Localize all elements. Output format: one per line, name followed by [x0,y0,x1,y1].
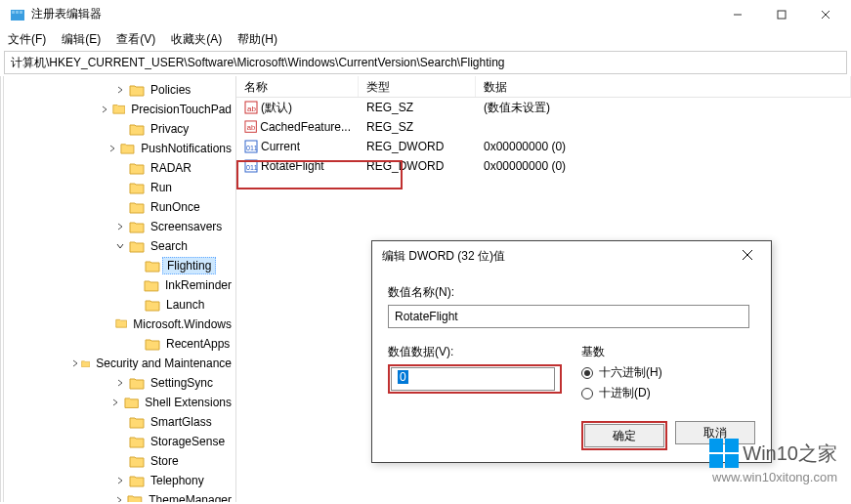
tree-item[interactable]: PrecisionTouchPad [0,100,235,119]
svg-rect-1 [12,11,15,14]
folder-icon [129,161,145,175]
value-row[interactable]: ab(默认)REG_SZ(数值未设置) [236,98,851,117]
value-row[interactable]: 011RotateFlightREG_DWORD0x00000000 (0) [236,156,851,176]
tree-item-label: RunOnce [147,199,204,215]
tree-item[interactable]: Search [0,236,235,256]
menu-view[interactable]: 查看(V) [116,31,155,48]
expander-icon[interactable] [113,86,127,94]
tree-item[interactable]: Privacy [0,119,235,139]
windows-logo-icon [709,439,739,468]
value-data: (数值未设置) [476,100,851,116]
ok-button[interactable]: 确定 [584,424,664,447]
tree-item[interactable]: RADAR [0,158,235,178]
svg-rect-5 [778,11,786,19]
svg-rect-3 [20,11,22,14]
value-data-input[interactable]: 0 [391,367,555,391]
maximize-icon [777,10,787,20]
annotation-highlight-input: 0 [388,364,562,394]
tree-item[interactable]: Run [0,178,235,197]
tree-item-label: ThemeManager [145,492,235,502]
tree-item[interactable]: RecentApps [0,334,235,354]
menu-help[interactable]: 帮助(H) [237,31,277,48]
folder-icon [112,103,126,116]
dialog-title: 编辑 DWORD (32 位)值 [382,248,734,265]
tree-item-label: RADAR [147,160,195,176]
expander-icon[interactable] [112,496,126,502]
tree-item[interactable]: Store [0,451,235,471]
tree-item[interactable]: RunOnce [0,197,235,217]
expander-icon[interactable] [70,359,78,367]
expander-icon[interactable] [113,223,127,231]
tree-item-label: Shell Extensions [141,395,235,410]
tree-item[interactable]: Telephony [0,471,235,490]
column-data[interactable]: 数据 [476,76,851,97]
value-row[interactable]: abCachedFeature...REG_SZ [236,117,851,137]
radio-hex-label: 十六进制(H) [599,364,662,381]
value-name-input[interactable] [388,305,749,328]
annotation-highlight-ok: 确定 [581,421,667,450]
value-type: REG_DWORD [359,159,476,173]
column-name[interactable]: 名称 [236,76,359,97]
value-name: CachedFeature... [260,120,351,134]
radio-dec-label: 十进制(D) [599,385,651,401]
folder-icon [129,454,145,468]
tree-item[interactable]: InkReminder [0,275,235,295]
radio-hex[interactable]: 十六进制(H) [581,364,755,381]
svg-text:011: 011 [246,145,258,151]
menubar: 文件(F) 编辑(E) 查看(V) 收藏夹(A) 帮助(H) [0,29,851,49]
tree-item[interactable]: Flighting [0,256,235,275]
minimize-button[interactable] [715,1,759,28]
folder-icon [129,220,145,233]
svg-rect-2 [16,11,19,14]
binary-value-icon: 011 [244,159,258,173]
value-row[interactable]: 011CurrentREG_DWORD0x00000000 (0) [236,137,851,156]
address-bar[interactable]: 计算机\HKEY_CURRENT_USER\Software\Microsoft… [4,51,847,74]
tree-item-label: SmartGlass [147,414,216,430]
menu-favorites[interactable]: 收藏夹(A) [171,31,222,48]
tree-item[interactable]: PushNotifications [0,139,235,158]
expander-icon[interactable] [109,399,122,406]
tree-item[interactable]: StorageSense [0,432,235,451]
folder-icon [115,317,128,331]
maximize-button[interactable] [759,1,803,28]
tree-item-label: RecentApps [162,336,234,352]
column-type[interactable]: 类型 [359,76,476,97]
tree-item-label: SettingSync [147,375,217,391]
expander-icon[interactable] [106,145,118,152]
edit-dword-dialog: 编辑 DWORD (32 位)值 数值名称(N): 数值数据(V): 0 基数 … [371,240,772,463]
tree-item-label: Policies [147,82,194,98]
value-type: REG_SZ [359,120,476,134]
folder-icon [129,181,145,194]
tree-item[interactable]: Security and Maintenance [0,354,235,373]
expander-icon[interactable] [113,242,127,250]
tree-item[interactable]: SmartGlass [0,412,235,432]
folder-icon [124,396,139,409]
tree-pane[interactable]: PoliciesPrecisionTouchPadPrivacyPushNoti… [0,76,236,502]
expander-icon[interactable] [113,477,127,484]
tree-item[interactable]: Shell Extensions [0,393,235,412]
base-label: 基数 [581,344,755,360]
tree-item-label: Telephony [147,473,208,488]
tree-item[interactable]: Launch [0,295,235,315]
folder-icon [144,278,159,292]
folder-icon [129,376,145,390]
watermark: Win10之家 www.win10xitong.com [709,439,837,484]
value-data: 0x00000000 (0) [476,159,851,173]
tree-item-label: Run [147,180,176,195]
tree-item[interactable]: Screensavers [0,217,235,236]
expander-icon[interactable] [99,105,110,113]
tree-item[interactable]: Policies [0,80,235,100]
menu-edit[interactable]: 编辑(E) [62,31,101,48]
svg-text:ab: ab [247,123,255,132]
dialog-close-button[interactable] [734,248,761,264]
watermark-url: www.win10xitong.com [709,470,837,484]
expander-icon[interactable] [113,379,127,387]
tree-item[interactable]: Microsoft.Windows [0,315,235,334]
radio-dec[interactable]: 十进制(D) [581,385,755,401]
tree-item-label: PushNotifications [137,141,235,156]
tree-item-label: Security and Maintenance [92,356,235,371]
close-button[interactable] [803,1,847,28]
tree-item[interactable]: ThemeManager [0,490,235,502]
tree-item[interactable]: SettingSync [0,373,235,393]
menu-file[interactable]: 文件(F) [8,31,46,48]
